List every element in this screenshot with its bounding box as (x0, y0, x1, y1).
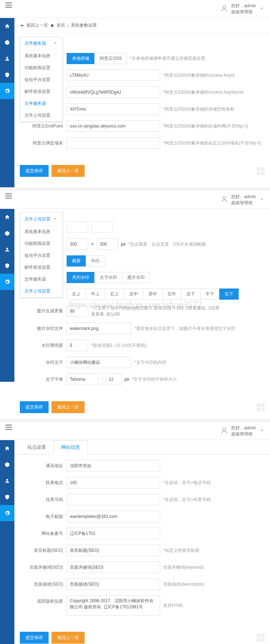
dropdown-item[interactable]: 功能权限设置 (20, 238, 63, 250)
dropdown-file-server: 文件服务器 系统基本信息 功能权限设置 短信平台设置 邮件发送设置 文件服务器 … (20, 37, 63, 122)
storage-local[interactable]: 本地存储 (67, 53, 95, 64)
menu-toggle[interactable] (5, 427, 14, 435)
dropdown-item[interactable]: 短信平台设置 (20, 74, 63, 86)
sidebar-user[interactable] (0, 473, 14, 489)
pos-tc[interactable]: 中上 (86, 289, 105, 300)
dropdown-item[interactable]: 系统基本信息 (20, 50, 63, 62)
input-opacity[interactable] (67, 340, 88, 351)
input-endpoint[interactable] (67, 120, 160, 132)
tabbar: 站点设置 网站信息 (14, 440, 270, 455)
dropdown-item[interactable]: 邮件发送设置 (20, 86, 63, 98)
breadcrumb-current: 系统参数设置 (71, 22, 97, 28)
pos-tl[interactable]: 左上 (67, 289, 86, 300)
input-font-size[interactable] (105, 374, 122, 385)
method-pad[interactable]: 补白 (86, 255, 105, 267)
label-phone: 联系电话 (20, 477, 67, 486)
dropdown-item[interactable]: 邮件发送设置 (20, 261, 63, 273)
sidebar (0, 18, 14, 187)
input-wm-text[interactable] (67, 357, 131, 368)
dropdown-header[interactable]: 文件服务器 (20, 37, 63, 50)
user-area[interactable]: 您好，admin 超级管理组 (220, 3, 265, 15)
save-button[interactable]: 提交保存 (20, 632, 49, 644)
breadcrumb-back[interactable]: 返回上一页 (26, 22, 48, 28)
dropdown-item[interactable]: 文件上传设置 (20, 109, 63, 121)
sidebar-gear[interactable] (0, 274, 14, 290)
input-icp[interactable] (67, 528, 160, 539)
sidebar-user[interactable] (0, 241, 14, 258)
input-width[interactable] (67, 238, 88, 250)
input-phone[interactable] (67, 477, 160, 488)
pos-bl[interactable]: 左下 (181, 289, 201, 300)
user-area[interactable]: 您好，admin 超级管理组 (220, 194, 265, 206)
wm-image[interactable]: 图片水印 (122, 272, 150, 283)
dropdown-item[interactable]: 文件服务器 (20, 273, 63, 285)
tab-site-settings[interactable]: 站点设置 (20, 440, 54, 455)
input-bucket[interactable] (67, 103, 160, 115)
select-font[interactable] (67, 374, 103, 385)
input-seo-title[interactable] (67, 545, 160, 556)
sidebar-user[interactable] (0, 50, 14, 67)
pos-mc[interactable]: 居中 (143, 289, 162, 300)
input-domain[interactable] (67, 137, 160, 149)
topbar: 您好，admin 超级管理组 (0, 0, 270, 18)
dropdown-item[interactable]: 短信平台设置 (20, 250, 63, 261)
back-button[interactable]: 返回上一页 (51, 165, 85, 177)
sidebar-shield[interactable] (0, 67, 14, 83)
svg-point-0 (223, 6, 226, 8)
sidebar-shield[interactable] (0, 489, 14, 505)
hint: *取值范围1--10 (10为不透明) (91, 343, 146, 349)
grid-icon[interactable] (257, 167, 265, 175)
sidebar-cube[interactable] (0, 34, 14, 50)
input-height[interactable] (96, 238, 118, 250)
dropdown-item[interactable]: 系统基本信息 (20, 226, 63, 238)
input-keyid[interactable] (67, 70, 160, 81)
sidebar-cube[interactable] (0, 225, 14, 241)
menu-toggle[interactable] (5, 196, 14, 204)
sidebar-gear[interactable] (0, 505, 14, 521)
textarea-copyright[interactable]: Copyright 2006-2017 沈阳市小糊涂软件有限公司 版权所有 辽I… (67, 595, 160, 616)
grid-icon[interactable] (257, 634, 265, 642)
input-quality[interactable] (67, 305, 88, 317)
wm-text[interactable]: 文字水印 (94, 272, 122, 283)
sidebar-shield[interactable] (0, 258, 14, 274)
menu-toggle[interactable] (5, 5, 14, 13)
label-font: 文字字体 (20, 374, 67, 383)
tab-site-info[interactable]: 网站信息 (54, 440, 87, 455)
pos-tr[interactable]: 右上 (105, 289, 124, 300)
pos-mr[interactable]: 右中 (162, 289, 181, 300)
method-crop[interactable]: 裁剪 (67, 255, 86, 267)
input-email[interactable] (67, 511, 160, 522)
sidebar-home[interactable] (0, 440, 14, 456)
sidebar-cube[interactable] (0, 456, 14, 473)
content: 文件上传设置 系统基本信息 功能权限设置 短信平台设置 邮件发送设置 文件服务器… (14, 209, 270, 419)
grid-icon[interactable] (257, 403, 265, 411)
breadcrumb-home[interactable]: 首页 (57, 22, 65, 28)
hint: *自定义的首页标题 (163, 547, 199, 554)
input-seo-desc[interactable] (67, 578, 160, 590)
label-seo-title: 首页标题(SEO) (20, 545, 67, 554)
pos-br[interactable]: 右下 (219, 289, 239, 300)
dropdown-item[interactable]: 文件上传设置 (20, 285, 63, 297)
pos-bc[interactable]: 中下 (200, 289, 220, 300)
input-fax[interactable] (67, 494, 160, 505)
input-top-b[interactable] (91, 222, 113, 233)
back-button[interactable]: 返回上一页 (51, 401, 85, 413)
storage-oss[interactable]: 阿里云OSS (94, 53, 127, 64)
sidebar-home[interactable] (0, 209, 14, 225)
back-button[interactable]: 返回上一页 (51, 632, 85, 644)
sidebar-home[interactable] (0, 18, 14, 34)
sidebar-gear[interactable] (0, 83, 14, 99)
wm-off[interactable]: 关闭水印 (67, 272, 95, 283)
input-wm-file[interactable] (67, 323, 131, 334)
save-button[interactable]: 提交保存 (20, 401, 49, 413)
user-area[interactable]: 您好，admin 超级管理组 (220, 425, 265, 437)
dropdown-header[interactable]: 文件上传设置 (20, 213, 63, 226)
dropdown-item[interactable]: 文件服务器 (20, 98, 63, 109)
input-seo-keywords[interactable] (67, 562, 160, 573)
pos-ml[interactable]: 左中 (124, 289, 143, 300)
input-keysecret[interactable] (67, 86, 160, 98)
input-address[interactable] (67, 460, 160, 471)
save-button[interactable]: 提交保存 (20, 165, 49, 177)
input-top-a[interactable] (67, 222, 88, 233)
dropdown-item[interactable]: 功能权限设置 (20, 62, 63, 74)
